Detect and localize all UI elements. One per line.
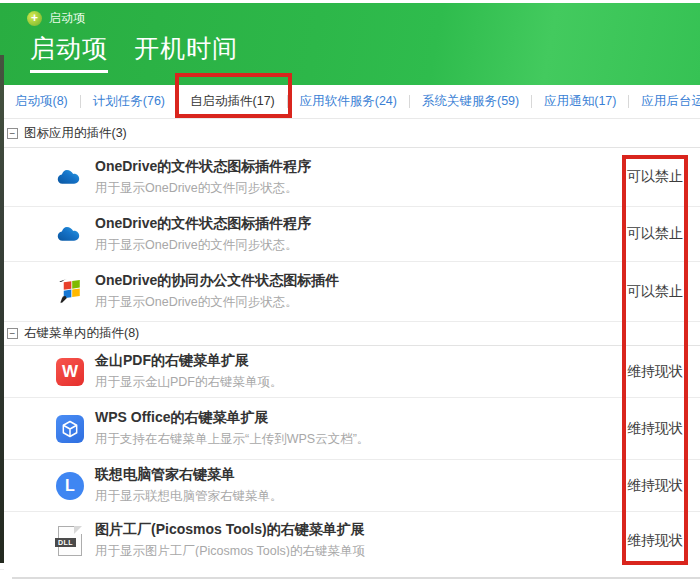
plugin-description: 用于显示OneDrive的文件同步状态。 <box>95 237 311 254</box>
plugin-list: − 图标应用的插件(3) OneDrive的文件状态图标插件程序 用于显示One… <box>0 119 700 570</box>
list-item[interactable]: OneDrive的文件状态图标插件程序 用于显示OneDrive的文件同步状态。… <box>0 148 700 207</box>
list-item[interactable]: OneDrive的协同办公文件状态图标插件 用于显示OneDrive的文件同步状… <box>0 262 700 322</box>
status-action[interactable]: 可以禁止 <box>622 283 688 301</box>
plugin-title: OneDrive的文件状态图标插件程序 <box>95 215 311 233</box>
app-logo-icon: + <box>27 11 42 26</box>
window-bottom-edge <box>12 577 700 579</box>
list-item[interactable]: OneDrive的文件状态图标插件程序 用于显示OneDrive的文件同步状态。… <box>0 207 700 262</box>
onedrive-cloud-icon <box>55 225 85 243</box>
status-action[interactable]: 维持现状 <box>622 532 688 550</box>
plugin-title: OneDrive的文件状态图标插件程序 <box>95 158 311 176</box>
collapse-icon[interactable]: − <box>7 128 18 139</box>
app-header: + 启动项 启动项 开机时间 <box>0 3 700 85</box>
tab-boot-time[interactable]: 开机时间 <box>134 32 238 73</box>
status-action[interactable]: 维持现状 <box>622 363 688 381</box>
titlebar: + 启动项 <box>0 3 700 27</box>
plugin-title: 图片工厂(Picosmos Tools)的右键菜单扩展 <box>95 521 365 539</box>
nav-item-app-services[interactable]: 应用软件服务(24) <box>288 93 409 110</box>
nav-item-scheduled-tasks[interactable]: 计划任务(76) <box>81 93 177 110</box>
lenovo-pc-manager-icon: L <box>55 472 85 500</box>
plugin-description: 用于显示联想电脑管家右键菜单。 <box>95 488 283 505</box>
status-action[interactable]: 可以禁止 <box>622 168 688 186</box>
section-header-icon-plugins[interactable]: − 图标应用的插件(3) <box>0 119 700 148</box>
section-label: 图标应用的插件(3) <box>24 125 127 142</box>
category-nav: 启动项(8) 计划任务(76) 自启动插件(17) 应用软件服务(24) 系统关… <box>0 85 700 119</box>
dll-file-icon: DLL <box>55 526 85 556</box>
list-item[interactable]: L 联想电脑管家右键菜单 用于显示联想电脑管家右键菜单。 维持现状 <box>0 460 700 512</box>
collapse-icon[interactable]: − <box>7 328 18 339</box>
plugin-description: 用于显示金山PDF的右键菜单项。 <box>95 374 283 391</box>
background-window-top-edge <box>0 0 700 3</box>
windows-flag-icon <box>55 278 85 305</box>
wps-office-icon <box>55 415 85 443</box>
nav-item-app-notifications[interactable]: 应用通知(17) <box>532 93 628 110</box>
plugin-title: OneDrive的协同办公文件状态图标插件 <box>95 272 339 290</box>
nav-item-app-background[interactable]: 应用后台运行 <box>629 93 700 110</box>
primary-tabs: 启动项 开机时间 <box>30 32 700 73</box>
window-title: 启动项 <box>49 10 85 27</box>
section-label: 右键菜单内的插件(8) <box>24 325 139 342</box>
plugin-description: 用于支持在右键菜单上显示“上传到WPS云文档”。 <box>95 431 369 448</box>
list-item[interactable]: WPS Office的右键菜单扩展 用于支持在右键菜单上显示“上传到WPS云文档… <box>0 398 700 460</box>
kingsoft-pdf-icon: W <box>55 358 85 386</box>
status-action[interactable]: 可以禁止 <box>622 225 688 243</box>
status-action[interactable]: 维持现状 <box>622 477 688 495</box>
nav-item-system-services[interactable]: 系统关键服务(59) <box>410 93 531 110</box>
list-item[interactable]: W 金山PDF的右键菜单扩展 用于显示金山PDF的右键菜单项。 维持现状 <box>0 346 700 398</box>
status-action[interactable]: 维持现状 <box>622 420 688 438</box>
plugin-title: 联想电脑管家右键菜单 <box>95 466 283 484</box>
screenshot-bottom-clip <box>4 557 700 583</box>
plugin-description: 用于显示OneDrive的文件同步状态。 <box>95 294 339 311</box>
tab-startup-items[interactable]: 启动项 <box>30 32 108 73</box>
nav-item-startup[interactable]: 启动项(8) <box>15 93 80 110</box>
background-window-left-edge <box>0 55 4 563</box>
plugin-title: WPS Office的右键菜单扩展 <box>95 409 369 427</box>
plugin-description: 用于显示OneDrive的文件同步状态。 <box>95 180 311 197</box>
nav-item-autostart-plugins[interactable]: 自启动插件(17) <box>178 93 287 110</box>
onedrive-cloud-icon <box>55 168 85 186</box>
section-header-context-menu-plugins[interactable]: − 右键菜单内的插件(8) <box>0 322 700 346</box>
plugin-title: 金山PDF的右键菜单扩展 <box>95 352 283 370</box>
